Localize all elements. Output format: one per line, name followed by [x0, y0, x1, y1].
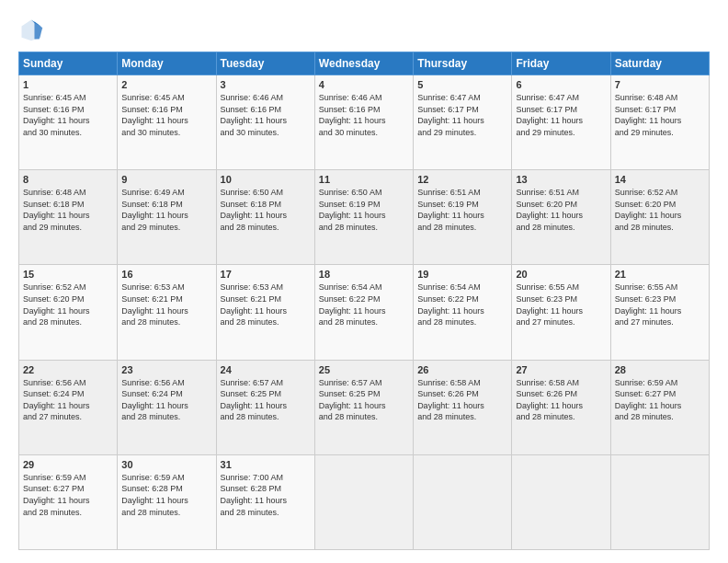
day-info: Sunrise: 7:00 AM Sunset: 6:28 PM Dayligh… — [221, 472, 311, 518]
day-info: Sunrise: 6:53 AM Sunset: 6:21 PM Dayligh… — [221, 282, 311, 327]
header — [18, 17, 710, 42]
day-number: 25 — [319, 364, 409, 375]
calendar-cell: 11Sunrise: 6:50 AM Sunset: 6:19 PM Dayli… — [314, 170, 413, 265]
day-number: 16 — [121, 269, 211, 280]
day-number: 27 — [516, 364, 606, 375]
calendar-cell: 26Sunrise: 6:58 AM Sunset: 6:26 PM Dayli… — [414, 360, 512, 454]
day-info: Sunrise: 6:57 AM Sunset: 6:25 PM Dayligh… — [319, 377, 409, 423]
day-info: Sunrise: 6:47 AM Sunset: 6:17 PM Dayligh… — [417, 92, 507, 138]
calendar-cell: 23Sunrise: 6:56 AM Sunset: 6:24 PM Dayli… — [118, 360, 216, 454]
calendar-day-header: Saturday — [610, 52, 709, 75]
day-number: 17 — [221, 269, 311, 280]
calendar-cell: 31Sunrise: 7:00 AM Sunset: 6:28 PM Dayli… — [216, 454, 314, 549]
calendar-cell: 16Sunrise: 6:53 AM Sunset: 6:21 PM Dayli… — [118, 265, 216, 360]
day-number: 31 — [221, 459, 311, 470]
day-info: Sunrise: 6:46 AM Sunset: 6:16 PM Dayligh… — [319, 92, 409, 138]
calendar-cell: 6Sunrise: 6:47 AM Sunset: 6:17 PM Daylig… — [512, 75, 610, 170]
day-number: 14 — [615, 174, 705, 185]
day-number: 28 — [615, 364, 705, 375]
day-info: Sunrise: 6:58 AM Sunset: 6:26 PM Dayligh… — [417, 377, 507, 423]
day-number: 8 — [23, 174, 113, 185]
calendar-header-row: SundayMondayTuesdayWednesdayThursdayFrid… — [19, 52, 710, 75]
calendar-cell: 24Sunrise: 6:57 AM Sunset: 6:25 PM Dayli… — [216, 360, 314, 454]
calendar-cell: 4Sunrise: 6:46 AM Sunset: 6:16 PM Daylig… — [314, 75, 413, 170]
calendar-cell — [314, 454, 413, 549]
calendar-cell: 12Sunrise: 6:51 AM Sunset: 6:19 PM Dayli… — [414, 170, 512, 265]
logo — [18, 17, 48, 42]
day-info: Sunrise: 6:59 AM Sunset: 6:27 PM Dayligh… — [615, 377, 705, 423]
calendar-day-header: Wednesday — [314, 52, 413, 75]
calendar-day-header: Thursday — [414, 52, 512, 75]
day-info: Sunrise: 6:57 AM Sunset: 6:25 PM Dayligh… — [221, 377, 311, 423]
calendar-cell: 14Sunrise: 6:52 AM Sunset: 6:20 PM Dayli… — [610, 170, 709, 265]
day-number: 23 — [121, 364, 211, 375]
page: SundayMondayTuesdayWednesdayThursdayFrid… — [0, 0, 728, 563]
day-info: Sunrise: 6:50 AM Sunset: 6:19 PM Dayligh… — [319, 187, 409, 233]
day-number: 24 — [221, 364, 311, 375]
day-info: Sunrise: 6:45 AM Sunset: 6:16 PM Dayligh… — [23, 92, 113, 138]
calendar-week-row: 29Sunrise: 6:59 AM Sunset: 6:27 PM Dayli… — [19, 454, 710, 549]
calendar-day-header: Friday — [512, 52, 610, 75]
calendar-cell: 13Sunrise: 6:51 AM Sunset: 6:20 PM Dayli… — [512, 170, 610, 265]
day-info: Sunrise: 6:48 AM Sunset: 6:17 PM Dayligh… — [615, 92, 705, 138]
day-number: 1 — [23, 79, 113, 90]
day-info: Sunrise: 6:56 AM Sunset: 6:24 PM Dayligh… — [121, 377, 211, 423]
day-info: Sunrise: 6:51 AM Sunset: 6:20 PM Dayligh… — [516, 187, 606, 233]
day-number: 2 — [121, 79, 211, 90]
calendar-cell: 21Sunrise: 6:55 AM Sunset: 6:23 PM Dayli… — [610, 265, 709, 360]
day-info: Sunrise: 6:51 AM Sunset: 6:19 PM Dayligh… — [417, 187, 507, 233]
day-number: 6 — [516, 79, 606, 90]
day-number: 11 — [319, 174, 409, 185]
day-number: 18 — [319, 269, 409, 280]
day-number: 10 — [221, 174, 311, 185]
day-info: Sunrise: 6:50 AM Sunset: 6:18 PM Dayligh… — [221, 187, 311, 233]
day-info: Sunrise: 6:59 AM Sunset: 6:27 PM Dayligh… — [23, 472, 113, 518]
calendar-week-row: 1Sunrise: 6:45 AM Sunset: 6:16 PM Daylig… — [19, 75, 710, 170]
calendar-day-header: Monday — [118, 52, 216, 75]
calendar-cell — [610, 454, 709, 549]
day-info: Sunrise: 6:55 AM Sunset: 6:23 PM Dayligh… — [516, 282, 606, 327]
day-number: 21 — [615, 269, 705, 280]
calendar-cell: 29Sunrise: 6:59 AM Sunset: 6:27 PM Dayli… — [19, 454, 118, 549]
calendar-table: SundayMondayTuesdayWednesdayThursdayFrid… — [18, 52, 710, 550]
calendar-cell — [512, 454, 610, 549]
day-number: 26 — [417, 364, 507, 375]
day-number: 29 — [23, 459, 113, 470]
calendar-cell: 20Sunrise: 6:55 AM Sunset: 6:23 PM Dayli… — [512, 265, 610, 360]
calendar-cell: 25Sunrise: 6:57 AM Sunset: 6:25 PM Dayli… — [314, 360, 413, 454]
calendar-day-header: Tuesday — [216, 52, 314, 75]
day-number: 22 — [23, 364, 113, 375]
calendar-cell: 28Sunrise: 6:59 AM Sunset: 6:27 PM Dayli… — [610, 360, 709, 454]
svg-marker-1 — [35, 21, 43, 39]
calendar-cell: 9Sunrise: 6:49 AM Sunset: 6:18 PM Daylig… — [118, 170, 216, 265]
calendar-cell: 2Sunrise: 6:45 AM Sunset: 6:16 PM Daylig… — [118, 75, 216, 170]
calendar-day-header: Sunday — [19, 52, 118, 75]
day-info: Sunrise: 6:54 AM Sunset: 6:22 PM Dayligh… — [319, 282, 409, 327]
day-number: 4 — [319, 79, 409, 90]
day-info: Sunrise: 6:54 AM Sunset: 6:22 PM Dayligh… — [417, 282, 507, 327]
day-number: 9 — [121, 174, 211, 185]
day-info: Sunrise: 6:58 AM Sunset: 6:26 PM Dayligh… — [516, 377, 606, 423]
calendar-cell: 7Sunrise: 6:48 AM Sunset: 6:17 PM Daylig… — [610, 75, 709, 170]
day-number: 13 — [516, 174, 606, 185]
day-info: Sunrise: 6:47 AM Sunset: 6:17 PM Dayligh… — [516, 92, 606, 138]
calendar-cell: 30Sunrise: 6:59 AM Sunset: 6:28 PM Dayli… — [118, 454, 216, 549]
day-info: Sunrise: 6:55 AM Sunset: 6:23 PM Dayligh… — [615, 282, 705, 327]
day-info: Sunrise: 6:56 AM Sunset: 6:24 PM Dayligh… — [23, 377, 113, 423]
day-info: Sunrise: 6:46 AM Sunset: 6:16 PM Dayligh… — [221, 92, 311, 138]
day-info: Sunrise: 6:45 AM Sunset: 6:16 PM Dayligh… — [121, 92, 211, 138]
day-info: Sunrise: 6:52 AM Sunset: 6:20 PM Dayligh… — [23, 282, 113, 327]
day-number: 20 — [516, 269, 606, 280]
calendar-cell: 27Sunrise: 6:58 AM Sunset: 6:26 PM Dayli… — [512, 360, 610, 454]
day-info: Sunrise: 6:49 AM Sunset: 6:18 PM Dayligh… — [121, 187, 211, 233]
calendar-cell: 18Sunrise: 6:54 AM Sunset: 6:22 PM Dayli… — [314, 265, 413, 360]
day-number: 15 — [23, 269, 113, 280]
calendar-cell: 8Sunrise: 6:48 AM Sunset: 6:18 PM Daylig… — [19, 170, 118, 265]
calendar-cell: 15Sunrise: 6:52 AM Sunset: 6:20 PM Dayli… — [19, 265, 118, 360]
calendar-cell: 3Sunrise: 6:46 AM Sunset: 6:16 PM Daylig… — [216, 75, 314, 170]
calendar-cell: 17Sunrise: 6:53 AM Sunset: 6:21 PM Dayli… — [216, 265, 314, 360]
day-info: Sunrise: 6:59 AM Sunset: 6:28 PM Dayligh… — [121, 472, 211, 518]
calendar-cell: 10Sunrise: 6:50 AM Sunset: 6:18 PM Dayli… — [216, 170, 314, 265]
logo-icon — [18, 17, 44, 42]
calendar-cell — [414, 454, 512, 549]
